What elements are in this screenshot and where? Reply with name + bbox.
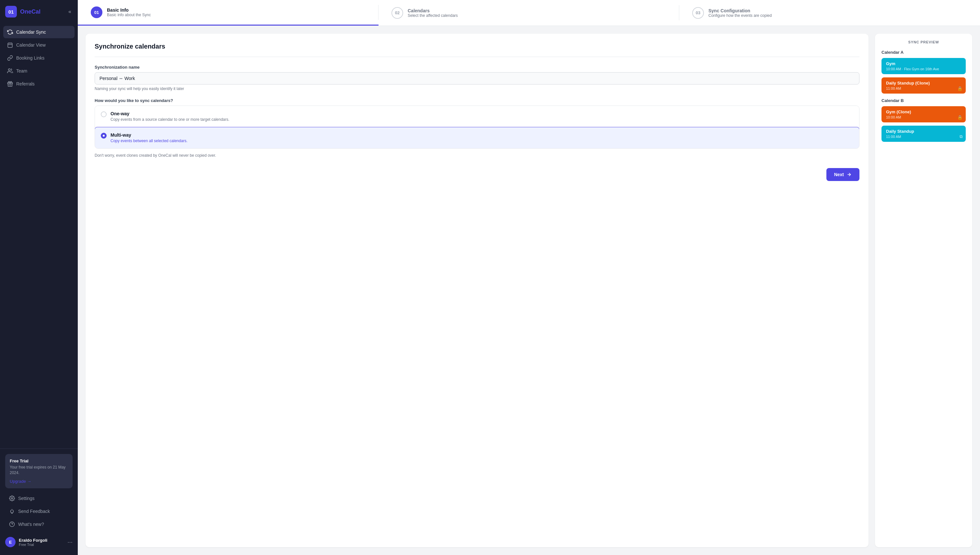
sync-type-field: How would you like to sync calendars? On…: [95, 98, 859, 158]
cal-event-gym-clone-time: 10:00 AM: [886, 115, 961, 119]
steps-header: 01 Basic Info Basic info about the Sync …: [78, 0, 980, 26]
step-circle-2: 02: [391, 7, 403, 19]
sidebar-item-settings[interactable]: Settings: [5, 492, 72, 504]
step-info-1: Basic Info Basic info about the Sync: [107, 8, 151, 17]
calendar-a-label: Calendar A: [882, 50, 966, 55]
step-subtitle-2: Select the affected calendars: [408, 13, 458, 18]
cal-event-gym-time: 10:00 AM · Flex Gym on 16th Ave: [886, 67, 961, 71]
content-area: Synchronize calendars Synchronization na…: [78, 26, 980, 555]
preview-title: SYNC PREVIEW: [882, 40, 966, 44]
step-tab-3[interactable]: 03 Sync Configuration Configure how the …: [679, 0, 980, 26]
sync-name-input[interactable]: [95, 72, 859, 85]
logo-box: 01: [5, 6, 17, 18]
sync-type-label: How would you like to sync calendars?: [95, 98, 859, 103]
sidebar: 01 OneCal « Calendar Sync Calendar View …: [0, 0, 78, 555]
step-title-2: Calendars: [408, 8, 458, 13]
sidebar-bottom: Free Trial Your free trial expires on 21…: [0, 449, 78, 555]
svg-point-7: [11, 498, 13, 499]
cal-event-gym-clone: Gym (Clone) 10:00 AM 🔒: [882, 106, 966, 122]
sidebar-item-label-calendar-sync: Calendar Sync: [16, 29, 46, 35]
radio-label-one-way: One-way: [111, 111, 229, 116]
sidebar-item-label-booking-links: Booking Links: [16, 55, 44, 61]
step-tab-2[interactable]: 02 Calendars Select the affected calenda…: [378, 0, 679, 26]
radio-circle-one-way: [101, 111, 106, 117]
lock-icon-a: 🔒: [957, 86, 962, 91]
step-subtitle-3: Configure how the events are copied: [708, 13, 772, 18]
sync-icon: [7, 29, 13, 35]
upgrade-button[interactable]: Upgrade →: [10, 479, 31, 484]
radio-option-multi-way[interactable]: Multi-way Copy events between all select…: [95, 127, 859, 149]
user-menu-button[interactable]: ⋯: [68, 539, 72, 545]
step-tab-1[interactable]: 01 Basic Info Basic info about the Sync: [78, 0, 378, 26]
radio-label-multi-way: Multi-way: [111, 132, 187, 138]
form-card: Synchronize calendars Synchronization na…: [85, 34, 869, 547]
radio-circle-multi-way: [101, 133, 106, 139]
calendar-b-label: Calendar B: [882, 98, 966, 103]
cal-event-standup: Daily Standup 11:00 AM ⧉: [882, 126, 966, 142]
form-footer: Next: [95, 168, 859, 181]
free-trial-box: Free Trial Your free trial expires on 21…: [5, 454, 72, 488]
calendar-icon: [7, 42, 13, 48]
user-name: Eraldo Forgoli: [19, 538, 64, 543]
free-trial-title: Free Trial: [10, 459, 68, 464]
link-icon: [7, 55, 13, 61]
sidebar-item-whats-new[interactable]: What's new?: [5, 518, 72, 530]
sidebar-item-label-whats-new: What's new?: [18, 522, 44, 527]
logo-text: OneCal: [20, 8, 40, 15]
cal-event-gym-clone-title: Gym (Clone): [886, 109, 961, 114]
radio-content-one-way: One-way Copy events from a source calend…: [111, 111, 229, 122]
user-row: E Eraldo Forgoli Free Trial ⋯: [5, 534, 72, 550]
bulb-icon: [9, 508, 15, 514]
logo-mark: 01 OneCal: [5, 6, 40, 18]
radio-option-one-way[interactable]: One-way Copy events from a source calend…: [95, 106, 859, 127]
svg-rect-0: [8, 43, 12, 48]
sync-name-label: Synchronization name: [95, 65, 859, 70]
gift-icon: [7, 81, 13, 87]
step-info-2: Calendars Select the affected calendars: [408, 8, 458, 18]
cal-event-gym: Gym 10:00 AM · Flex Gym on 16th Ave: [882, 58, 966, 74]
sidebar-item-label-referrals: Referrals: [16, 81, 35, 87]
free-trial-text: Your free trial expires on 21 May 2024.: [10, 465, 68, 476]
radio-group: One-way Copy events from a source calend…: [95, 106, 859, 149]
sidebar-collapse-button[interactable]: «: [67, 8, 72, 16]
sidebar-item-send-feedback[interactable]: Send Feedback: [5, 505, 72, 517]
lock-icon-b: 🔒: [957, 115, 962, 120]
sidebar-item-label-team: Team: [16, 68, 27, 74]
user-plan: Free Trial: [19, 543, 64, 547]
step-circle-1: 01: [91, 6, 102, 18]
step-info-3: Sync Configuration Configure how the eve…: [708, 8, 772, 18]
cal-event-standup-clone-title: Daily Standup (Clone): [886, 81, 961, 85]
sidebar-item-label-settings: Settings: [18, 496, 35, 501]
preview-panel: SYNC PREVIEW Calendar A Gym 10:00 AM · F…: [875, 34, 972, 547]
logo-number: 01: [8, 9, 14, 14]
cal-event-standup-clone-time: 11:00 AM: [886, 87, 961, 90]
step-title-1: Basic Info: [107, 8, 151, 13]
sidebar-item-calendar-view[interactable]: Calendar View: [3, 39, 74, 51]
sidebar-nav: Calendar Sync Calendar View Booking Link…: [0, 23, 78, 449]
user-info: Eraldo Forgoli Free Trial: [19, 538, 64, 547]
sidebar-item-team[interactable]: Team: [3, 65, 74, 77]
radio-content-multi-way: Multi-way Copy events between all select…: [111, 132, 187, 143]
step-circle-3: 03: [692, 7, 704, 19]
sidebar-footer-nav: Settings Send Feedback What's new?: [5, 492, 72, 530]
step-subtitle-1: Basic info about the Sync: [107, 13, 151, 17]
main: 01 Basic Info Basic info about the Sync …: [78, 0, 980, 555]
sidebar-item-referrals[interactable]: Referrals: [3, 78, 74, 90]
cal-event-standup-time: 11:00 AM: [886, 135, 961, 139]
sidebar-logo: 01 OneCal «: [0, 0, 78, 23]
step-title-3: Sync Configuration: [708, 8, 772, 13]
radio-desc-one-way: Copy events from a source calendar to on…: [111, 117, 229, 122]
sidebar-item-label-send-feedback: Send Feedback: [18, 509, 50, 514]
cal-event-standup-title: Daily Standup: [886, 129, 961, 134]
team-icon: [7, 68, 13, 74]
svg-point-4: [8, 69, 10, 71]
sidebar-item-booking-links[interactable]: Booking Links: [3, 52, 74, 64]
page-title: Synchronize calendars: [95, 43, 859, 57]
next-button[interactable]: Next: [826, 168, 859, 181]
sync-name-hint: Naming your sync will help you easily id…: [95, 87, 859, 91]
question-icon: [9, 521, 15, 527]
sidebar-item-calendar-sync[interactable]: Calendar Sync: [3, 26, 74, 38]
arrow-right-icon: [846, 172, 852, 177]
sync-name-field: Synchronization name Naming your sync wi…: [95, 65, 859, 91]
cal-event-gym-title: Gym: [886, 61, 961, 66]
